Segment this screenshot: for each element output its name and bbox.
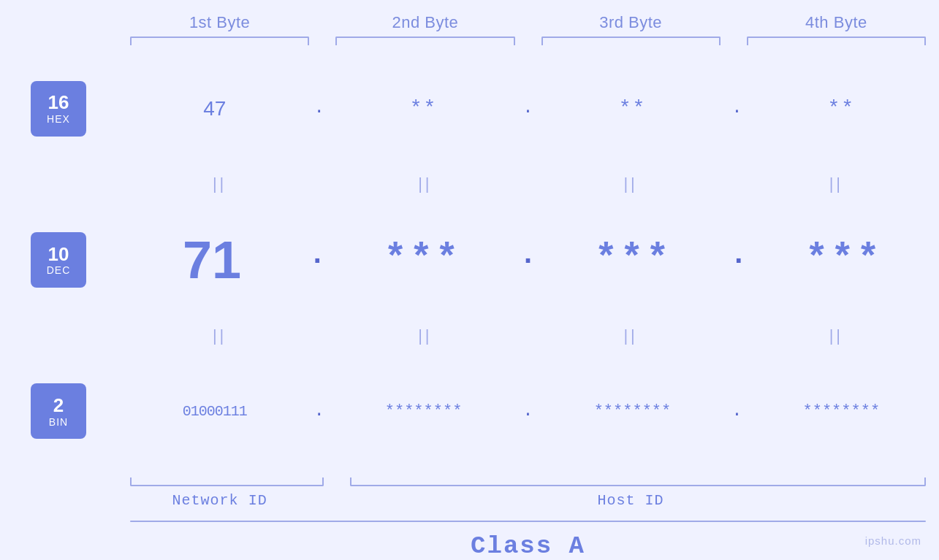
network-bracket <box>130 477 324 486</box>
eq2-c4: || <box>734 323 939 348</box>
watermark: ipshu.com <box>865 534 921 547</box>
dec-badge-number: 10 <box>48 244 69 265</box>
hex-b2-cell: ** <box>326 97 521 120</box>
dot-hex-2: . <box>522 98 533 119</box>
hex-row: 16 HEX 47 . ** . ** . ** <box>0 45 939 172</box>
dec-b2: *** <box>384 238 462 281</box>
byte2-header: 2nd Byte <box>322 13 528 32</box>
dot-bin-2: . <box>522 401 533 422</box>
hex-badge-col: 16 HEX <box>0 81 117 137</box>
dot-hex-1: . <box>313 98 324 119</box>
eq1-c2: || <box>322 172 528 196</box>
bin-b4: ******** <box>802 402 880 421</box>
hex-b4-cell: ** <box>744 97 939 120</box>
eq1-c1: || <box>117 172 322 196</box>
top-brackets <box>0 37 939 45</box>
eq1-c3: || <box>528 172 734 196</box>
hex-b1: 47 <box>203 97 226 120</box>
main-container: 1st Byte 2nd Byte 3rd Byte 4th Byte 16 H… <box>0 0 939 560</box>
dot-dec-3: . <box>730 239 748 280</box>
bin-badge-number: 2 <box>53 395 64 416</box>
bracket-4 <box>747 37 926 45</box>
dec-b3-cell: *** <box>539 238 729 281</box>
bin-b3-cell: ******** <box>535 402 730 421</box>
hex-badge-label: HEX <box>47 113 70 125</box>
class-label: Class A <box>117 532 939 560</box>
eq2-c2: || <box>322 323 528 348</box>
bin-row: 2 BIN 01000111 . ******** . ******** . *… <box>0 348 939 475</box>
bin-b2-cell: ******** <box>326 402 521 421</box>
bin-b3: ******** <box>594 402 672 421</box>
hex-b1-cell: 47 <box>117 97 312 120</box>
class-section: Class A <box>0 521 939 560</box>
dec-b4: *** <box>805 238 883 281</box>
dot-bin-1: . <box>313 401 324 422</box>
byte3-header: 3rd Byte <box>528 13 734 32</box>
eq1-c4: || <box>734 172 939 196</box>
class-bracket-line <box>130 521 926 522</box>
equals-row-2: || || || || <box>0 323 939 348</box>
hex-badge: 16 HEX <box>31 81 86 137</box>
bracket-3 <box>541 37 721 45</box>
dec-badge-col: 10 DEC <box>0 232 117 288</box>
bracket-1 <box>130 37 309 45</box>
dec-badge: 10 DEC <box>31 232 86 288</box>
dot-dec-1: . <box>308 239 326 280</box>
dec-badge-label: DEC <box>47 264 71 276</box>
bin-b2: ******** <box>385 402 463 421</box>
byte-headers: 1st Byte 2nd Byte 3rd Byte 4th Byte <box>0 0 939 32</box>
dec-b1: 71 <box>183 230 241 290</box>
dec-b3: *** <box>595 238 672 281</box>
bin-b4-cell: ******** <box>744 402 939 421</box>
hex-badge-number: 16 <box>48 92 69 113</box>
eq2-cells: || || || || <box>117 323 939 348</box>
dec-bytes: 71 . *** . *** . *** <box>117 230 939 290</box>
dec-row: 10 DEC 71 . *** . *** . *** <box>0 196 939 323</box>
hex-b3: ** <box>619 97 647 120</box>
bottom-section: Network ID Host ID <box>0 477 939 509</box>
eq2-c1: || <box>117 323 322 348</box>
network-id-label: Network ID <box>117 492 322 509</box>
bin-b1: 01000111 <box>183 403 247 420</box>
bin-b1-cell: 01000111 <box>117 403 312 420</box>
bin-badge-label: BIN <box>49 416 68 428</box>
equals-row-1: || || || || <box>0 172 939 196</box>
id-labels: Network ID Host ID <box>117 492 939 509</box>
dec-b1-cell: 71 <box>117 230 307 290</box>
bin-badge: 2 BIN <box>31 383 86 439</box>
dot-bin-3: . <box>731 401 742 422</box>
dec-b4-cell: *** <box>749 238 939 281</box>
bin-bytes: 01000111 . ******** . ******** . *******… <box>117 401 939 422</box>
dec-b2-cell: *** <box>327 238 517 281</box>
host-bracket <box>350 477 926 486</box>
dot-dec-2: . <box>519 239 536 280</box>
bracket-2 <box>335 37 514 45</box>
hex-bytes: 47 . ** . ** . ** <box>117 97 939 120</box>
dot-hex-3: . <box>731 98 742 119</box>
hex-b3-cell: ** <box>535 97 730 120</box>
bottom-brackets <box>117 477 939 486</box>
hex-b2: ** <box>410 97 438 120</box>
hex-b4: ** <box>828 97 856 120</box>
bin-badge-col: 2 BIN <box>0 383 117 439</box>
eq1-cells: || || || || <box>117 172 939 196</box>
byte1-header: 1st Byte <box>117 13 322 32</box>
eq2-c3: || <box>528 323 734 348</box>
byte4-header: 4th Byte <box>734 13 939 32</box>
host-id-label: Host ID <box>322 492 939 509</box>
